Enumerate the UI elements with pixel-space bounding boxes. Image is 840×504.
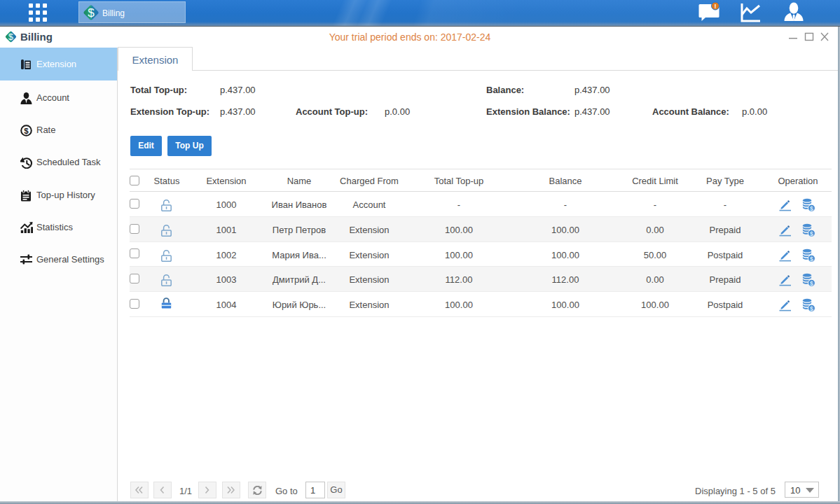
svg-text:$: $: [88, 6, 95, 20]
svg-text:$: $: [8, 32, 13, 42]
svg-text:$: $: [24, 127, 29, 135]
svg-text:!: !: [715, 3, 717, 10]
